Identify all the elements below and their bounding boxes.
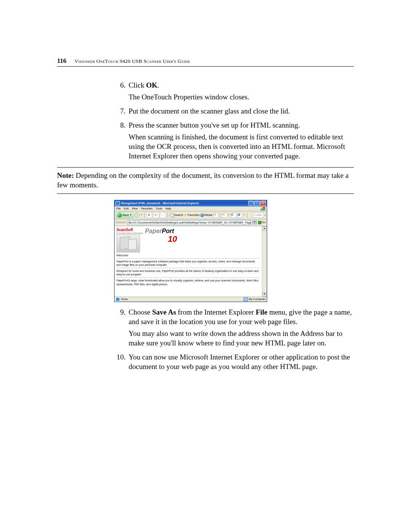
home-button[interactable]: ⌂ bbox=[160, 212, 166, 218]
paperport-art bbox=[116, 234, 140, 252]
address-label: Address bbox=[116, 220, 126, 224]
ie-titlebar: Recognized HTML document - Microsoft Int… bbox=[115, 200, 267, 206]
content-paragraph: Designed for home and business use, Pape… bbox=[116, 269, 260, 276]
step-text: You can now use Microsoft Internet Explo… bbox=[129, 352, 354, 371]
refresh-button[interactable]: ↻ bbox=[153, 212, 159, 218]
page-number: 116 bbox=[57, 57, 75, 65]
minimize-button[interactable]: _ bbox=[248, 201, 254, 206]
step-text: Put the document on the scanner glass an… bbox=[129, 106, 354, 116]
menu-favorites[interactable]: Favorites bbox=[141, 207, 153, 211]
dropdown-icon[interactable]: ▼ bbox=[243, 214, 245, 217]
step-number: 6. bbox=[114, 80, 129, 104]
edit-button[interactable]: ▦ bbox=[237, 212, 242, 218]
body-content: 6. Click OK. The OneTouch Properties win… bbox=[114, 80, 354, 374]
dropdown-icon[interactable]: ▼ bbox=[140, 214, 143, 217]
ie-icon bbox=[115, 201, 120, 206]
ie-statusbar: Done My Computer bbox=[115, 297, 267, 302]
menu-file[interactable]: File bbox=[116, 207, 121, 211]
ie-window: Recognized HTML document - Microsoft Int… bbox=[114, 200, 267, 302]
step-text: When scanning is finished, the document … bbox=[129, 132, 354, 161]
menu-edit[interactable]: Edit bbox=[124, 207, 129, 211]
running-header: 116 Visioneer OneTouch 9420 USB Scanner … bbox=[57, 57, 354, 67]
ie-toolbar: ←Back▼ ▼ ✕ ↻ ⌂ Search ★Favorites Media ◷… bbox=[115, 211, 267, 219]
divider bbox=[57, 193, 354, 194]
address-dropdown-icon[interactable]: ▼ bbox=[252, 220, 257, 224]
address-field[interactable]: file:///C:/Documents%20and%20Settings/Lo… bbox=[127, 220, 252, 225]
step-text: Click OK. bbox=[129, 80, 354, 90]
step-number: 7. bbox=[114, 106, 129, 118]
dropdown-icon[interactable]: ▼ bbox=[228, 214, 230, 217]
step-number: 10. bbox=[114, 352, 129, 374]
step-text: Press the scanner button you've set up f… bbox=[129, 120, 354, 130]
stop-button[interactable]: ✕ bbox=[146, 212, 152, 218]
step-text: You may also want to write down the addr… bbox=[129, 329, 354, 348]
step-number: 8. bbox=[114, 120, 129, 163]
ie-content-area: ScanSoft Productivity Without Boundaries… bbox=[115, 226, 267, 297]
content-paragraph: PaperPort's large, clear thumbnails allo… bbox=[116, 279, 260, 286]
address-bar: Address file:///C:/Documents%20and%20Set… bbox=[115, 219, 267, 226]
favorites-button[interactable]: ★Favorites bbox=[184, 212, 199, 217]
forward-button[interactable] bbox=[134, 212, 140, 218]
links-button[interactable]: Links bbox=[253, 212, 264, 218]
status-text: Done bbox=[121, 297, 128, 301]
window-title: Recognized HTML document - Microsoft Int… bbox=[121, 201, 199, 205]
step-text: Choose Save As from the Internet Explore… bbox=[129, 307, 354, 326]
divider bbox=[57, 167, 354, 168]
welcome-text: Welcome! bbox=[116, 254, 260, 257]
history-button[interactable]: ◷ bbox=[213, 212, 218, 218]
menu-tools[interactable]: Tools bbox=[156, 207, 162, 211]
paperport-version: 10 bbox=[145, 235, 177, 243]
go-button[interactable]: →Go bbox=[258, 220, 266, 224]
maximize-button[interactable]: □ bbox=[254, 201, 260, 206]
document-page: 116 Visioneer OneTouch 9420 USB Scanner … bbox=[0, 0, 411, 532]
scansoft-logo: ScanSoft bbox=[116, 227, 143, 232]
content-paragraph: PaperPort is a paper management software… bbox=[116, 260, 260, 267]
step-number: 9. bbox=[114, 307, 129, 350]
step-text: The OneTouch Properties window closes. bbox=[129, 92, 354, 102]
scrollbar[interactable]: ▲▼ bbox=[262, 226, 267, 297]
ie-status-icon bbox=[116, 297, 120, 301]
zone-text: My Computer bbox=[249, 297, 266, 301]
menu-view[interactable]: View bbox=[132, 207, 138, 211]
mail-button[interactable]: ✉ bbox=[222, 212, 227, 218]
search-button[interactable]: Search bbox=[169, 213, 183, 217]
media-button[interactable]: Media bbox=[200, 213, 212, 217]
note: Note: Depending on the complexity of the… bbox=[57, 171, 354, 190]
close-button[interactable]: × bbox=[260, 201, 266, 206]
print-button[interactable]: ⎙ bbox=[231, 212, 236, 218]
ie-menubar: File Edit View Favorites Tools Help bbox=[115, 206, 267, 211]
zone-icon bbox=[244, 297, 248, 301]
header-title: Visioneer OneTouch 9420 USB Scanner User… bbox=[75, 58, 190, 64]
menu-help[interactable]: Help bbox=[166, 207, 171, 211]
windows-logo-icon bbox=[261, 207, 265, 211]
back-button[interactable]: ←Back▼ bbox=[116, 212, 134, 218]
